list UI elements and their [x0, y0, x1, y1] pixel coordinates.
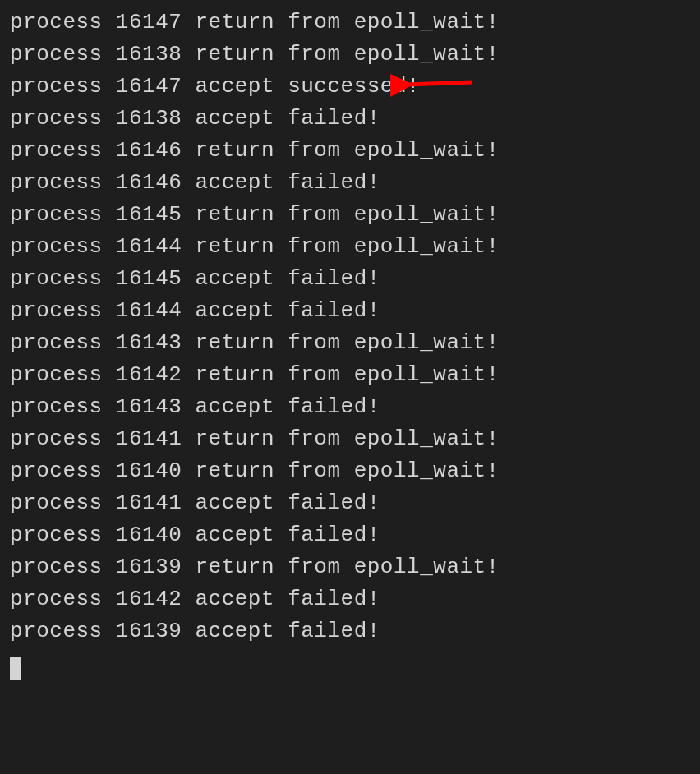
terminal-line: process 16144 accept failed!	[10, 295, 690, 327]
terminal-line: process 16140 accept failed!	[10, 519, 690, 551]
terminal-line: process 16140 return from epoll_wait!	[10, 455, 690, 487]
cursor-line	[10, 647, 690, 680]
terminal-line: process 16141 return from epoll_wait!	[10, 423, 690, 455]
terminal-cursor	[10, 657, 21, 680]
terminal-line: process 16143 return from epoll_wait!	[10, 327, 690, 359]
terminal-line: process 16142 return from epoll_wait!	[10, 359, 690, 391]
terminal-line: process 16143 accept failed!	[10, 391, 690, 423]
terminal-line: process 16147 accept successed!	[10, 71, 690, 103]
terminal-line: process 16141 accept failed!	[10, 487, 690, 519]
terminal-output[interactable]: process 16147 return from epoll_wait! pr…	[10, 7, 690, 680]
terminal-line: process 16138 accept failed!	[10, 103, 690, 135]
terminal-line: process 16138 return from epoll_wait!	[10, 39, 690, 71]
terminal-line: process 16145 accept failed!	[10, 263, 690, 295]
terminal-line: process 16139 return from epoll_wait!	[10, 551, 690, 583]
terminal-line: process 16139 accept failed!	[10, 615, 690, 647]
terminal-line: process 16147 return from epoll_wait!	[10, 7, 690, 39]
terminal-line: process 16142 accept failed!	[10, 583, 690, 615]
terminal-line: process 16144 return from epoll_wait!	[10, 231, 690, 263]
terminal-line: process 16146 accept failed!	[10, 167, 690, 199]
terminal-line: process 16146 return from epoll_wait!	[10, 135, 690, 167]
terminal-line: process 16145 return from epoll_wait!	[10, 199, 690, 231]
